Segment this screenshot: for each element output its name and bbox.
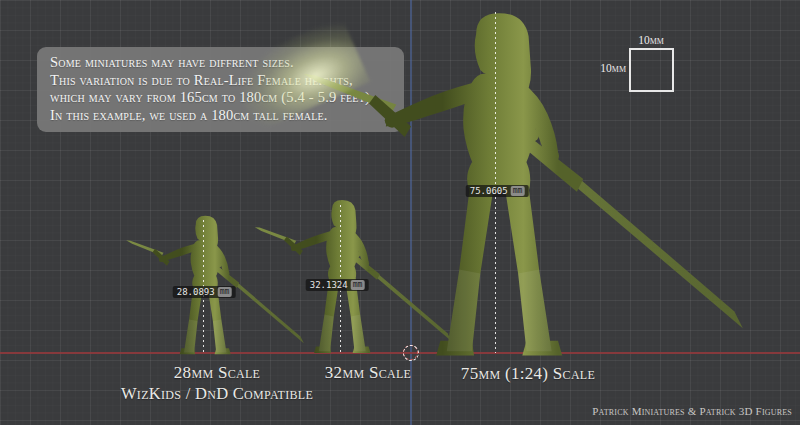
measurement-label-75mm: 75.0605 mm xyxy=(466,185,529,197)
scale-sublabel-28mm: WizKids / DnD Compatible xyxy=(121,384,313,404)
viewport-3d[interactable]: Some miniatures may have diffrent sizes.… xyxy=(0,0,800,425)
reference-square-top-label: 10mm xyxy=(638,34,664,46)
measurement-unit: mm xyxy=(218,287,232,297)
scale-label-28mm: 28mm Scale xyxy=(174,363,260,383)
measure-ruler-75mm xyxy=(495,12,496,353)
scale-label-32mm: 32mm Scale xyxy=(325,363,411,383)
reference-square-10mm xyxy=(629,48,674,92)
measurement-value: 75.0605 xyxy=(470,186,508,196)
measurement-unit: mm xyxy=(511,186,525,196)
measurement-value: 28.0893 xyxy=(177,287,215,297)
cursor-3d-icon xyxy=(403,345,418,360)
measurement-value: 32.1324 xyxy=(310,280,348,290)
brand-credit: Patrick Miniatures & Patrick 3D Figures xyxy=(592,405,792,417)
measurement-label-32mm: 32.1324 mm xyxy=(306,279,369,291)
reference-square-side-label: 10mm xyxy=(600,62,626,74)
measurement-unit: mm xyxy=(351,280,365,290)
scale-label-75mm: 75mm (1:24) Scale xyxy=(461,364,595,384)
measurement-label-28mm: 28.0893 mm xyxy=(173,286,236,298)
